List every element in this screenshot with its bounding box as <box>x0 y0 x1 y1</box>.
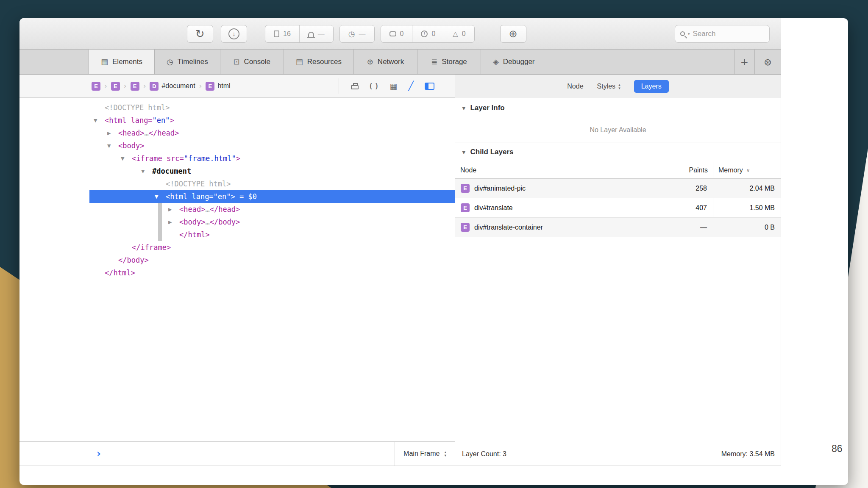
code-text: <iframe <box>132 154 162 163</box>
resource-counter-group: 16 — <box>265 25 334 43</box>
debugger-icon: ◈ <box>493 58 499 66</box>
tab-label: Timelines <box>178 58 208 66</box>
tree-row[interactable]: ▼<body> <box>89 139 455 152</box>
search-placeholder: Search <box>693 30 716 38</box>
sidebar-tab-styles-label: Styles <box>597 83 616 90</box>
element-badge: E <box>111 82 120 91</box>
disclosure-open-icon[interactable]: ▼ <box>121 156 132 161</box>
tab-label: Network <box>378 58 404 66</box>
tree-row[interactable]: </html> <box>89 266 455 279</box>
grid-overlay-icon[interactable]: ▦ <box>389 82 397 90</box>
print-icon[interactable] <box>351 85 359 89</box>
error-count[interactable]: 0 <box>412 25 444 42</box>
tree-row[interactable]: ▶<head>…</head> <box>89 127 455 139</box>
code-text: … <box>205 218 209 226</box>
console-message-count[interactable]: 0 <box>381 25 412 42</box>
warning-count[interactable]: △ 0 <box>444 25 474 42</box>
layer-node-name: div#translate-container <box>474 224 543 231</box>
layer-row[interactable]: Ediv#animated-pic2582.04 MB <box>455 179 781 198</box>
child-layers-header[interactable]: ▼ Child Layers <box>455 142 781 162</box>
disclosure-closed-icon[interactable]: ▶ <box>107 130 118 136</box>
layer-node-cell: Ediv#translate <box>455 198 664 217</box>
code-text: <head> <box>179 205 205 214</box>
breadcrumb-item[interactable]: E <box>111 82 120 91</box>
tree-row[interactable]: ▼#document <box>89 165 455 177</box>
tab-strip: ▦Elements◷Timelines⊡Console▤Resources⊕Ne… <box>89 50 547 74</box>
code-text: lang= <box>126 116 152 125</box>
settings-button[interactable]: ⊛ <box>754 50 781 74</box>
tab-debugger[interactable]: ◈Debugger <box>481 50 547 74</box>
breadcrumb-item[interactable]: E <box>131 82 139 91</box>
bell-icon <box>308 32 314 37</box>
breadcrumb-separator-icon: › <box>199 82 202 90</box>
tree-row[interactable]: <!DOCTYPE html> <box>89 101 455 114</box>
sidebar-tab-styles[interactable]: Styles ▴▾ <box>597 83 620 90</box>
element-picker-button[interactable]: ⊕ <box>500 25 526 43</box>
sidebar-tab-node[interactable]: Node <box>567 83 583 90</box>
details-sidebar: Node Styles ▴▾ Layers ▼ Layer Info No La… <box>455 75 781 466</box>
tree-row[interactable]: <!DOCTYPE html> <box>89 177 455 190</box>
disclosure-closed-icon[interactable]: ▶ <box>168 207 179 212</box>
breadcrumb-item[interactable]: Ehtml <box>206 82 230 91</box>
layer-row[interactable]: Ediv#translate-container—0 B <box>455 218 781 237</box>
tab-resources[interactable]: ▤Resources <box>284 50 353 74</box>
add-tab-button[interactable]: + <box>734 50 754 74</box>
tab-network[interactable]: ⊕Network <box>353 50 417 74</box>
column-header-memory[interactable]: Memory ∨ <box>713 162 781 178</box>
notification-count[interactable]: — <box>299 25 333 42</box>
load-time[interactable]: ◷ — <box>340 25 374 42</box>
tree-row[interactable]: </body> <box>89 254 455 266</box>
element-badge: E <box>461 203 470 212</box>
document-icon <box>274 30 279 37</box>
plus-icon: + <box>740 56 748 67</box>
tab-timelines[interactable]: ◷Timelines <box>154 50 220 74</box>
dock-side-icon[interactable] <box>425 83 434 90</box>
code-text: … <box>205 205 209 214</box>
tab-storage[interactable]: ≣Storage <box>417 50 481 74</box>
download-button[interactable]: ↓ <box>221 25 247 43</box>
layer-info-header[interactable]: ▼ Layer Info <box>455 98 781 118</box>
code-text: <body> <box>118 141 144 150</box>
tree-row[interactable]: </html> <box>89 228 455 241</box>
document-count[interactable]: 16 <box>265 25 299 42</box>
disclosure-open-icon[interactable]: ▼ <box>141 169 152 174</box>
console-icon: ⊡ <box>233 58 239 66</box>
column-header-node[interactable]: Node <box>455 162 664 178</box>
disclosure-open-icon[interactable]: ▼ <box>155 194 166 200</box>
layer-memory: 0 B <box>713 218 781 237</box>
tab-console[interactable]: ⊡Console <box>220 50 284 74</box>
search-input[interactable]: ▾ Search <box>675 25 770 43</box>
frame-selector[interactable]: Main Frame ▴▾ <box>395 442 455 466</box>
breadcrumb-item[interactable]: D#document <box>150 82 195 91</box>
tree-row[interactable]: ▼<html lang="en"> = $0 <box>89 190 455 203</box>
code-text: </html> <box>105 269 135 277</box>
tree-row[interactable]: </iframe> <box>89 241 455 254</box>
no-layer-message: No Layer Available <box>455 118 781 142</box>
code-text: <html <box>105 116 126 125</box>
source-code-icon[interactable]: ( ) <box>370 82 378 90</box>
code-text: #document <box>152 167 191 175</box>
dom-tree: <!DOCTYPE html>▼<html lang="en">▶<head>…… <box>89 98 455 441</box>
code-text: <!DOCTYPE html> <box>105 103 170 112</box>
sidebar-tab-layers[interactable]: Layers <box>634 80 669 93</box>
code-text: lang= <box>187 192 213 201</box>
quick-console-chevron-icon[interactable]: › <box>97 448 101 460</box>
reload-button[interactable]: ↻ <box>187 25 213 43</box>
disclosure-closed-icon[interactable]: ▶ <box>168 219 179 225</box>
disclosure-open-icon[interactable]: ▼ <box>94 118 105 123</box>
tab-elements[interactable]: ▦Elements <box>89 50 154 74</box>
layer-row[interactable]: Ediv#translate4071.50 MB <box>455 198 781 218</box>
tab-bar: ▦Elements◷Timelines⊡Console▤Resources⊕Ne… <box>19 50 781 75</box>
breadcrumb-items: E›E›E›D#document›Ehtml <box>92 82 231 91</box>
timelines-icon: ◷ <box>167 58 173 66</box>
paint-flash-icon[interactable]: ╱ <box>408 81 414 91</box>
tree-row[interactable]: ▼<iframe src="frame.html"> <box>89 152 455 165</box>
tree-row[interactable]: ▼<html lang="en"> <box>89 114 455 127</box>
disclosure-open-icon[interactable]: ▼ <box>107 143 118 149</box>
layer-memory: 2.04 MB <box>713 179 781 198</box>
tree-row[interactable]: ▶<body>…</body> <box>89 216 455 228</box>
tree-row[interactable]: ▶<head>…</head> <box>89 203 455 216</box>
code-text: "frame.html" <box>184 154 236 163</box>
breadcrumb-item[interactable]: E <box>92 82 100 91</box>
column-header-paints[interactable]: Paints <box>664 162 713 178</box>
